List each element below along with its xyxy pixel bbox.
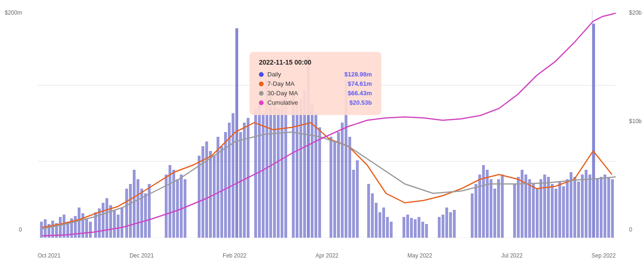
svg-rect-58 <box>277 108 280 238</box>
svg-rect-28 <box>137 179 139 238</box>
svg-rect-47 <box>232 113 234 238</box>
svg-rect-31 <box>148 184 151 238</box>
tooltip-row-7day: 7-Day MA $74.61m <box>259 80 372 87</box>
svg-rect-110 <box>532 184 535 238</box>
svg-rect-70 <box>333 141 336 238</box>
tooltip-7day-label: 7-Day MA <box>267 80 295 87</box>
svg-rect-54 <box>262 113 265 238</box>
tooltip-row-30day: 30-Day MA $66.43m <box>259 90 372 97</box>
svg-rect-93 <box>445 208 448 238</box>
x-label-may2022: May 2022 <box>408 252 433 259</box>
svg-rect-95 <box>453 210 456 238</box>
svg-rect-115 <box>551 184 554 238</box>
svg-rect-109 <box>528 179 531 238</box>
svg-rect-129 <box>604 175 606 238</box>
x-label-jul2022: Jul 2022 <box>501 252 523 259</box>
svg-rect-86 <box>410 218 413 238</box>
svg-rect-44 <box>220 146 223 238</box>
svg-rect-121 <box>573 177 576 238</box>
svg-rect-79 <box>375 203 378 238</box>
daily-dot <box>259 72 264 77</box>
7day-dot <box>259 82 264 86</box>
svg-rect-99 <box>482 165 485 238</box>
svg-rect-118 <box>562 186 565 238</box>
svg-rect-98 <box>478 175 481 238</box>
svg-rect-113 <box>543 175 546 238</box>
svg-rect-83 <box>390 222 393 238</box>
svg-rect-22 <box>113 210 116 238</box>
svg-rect-67 <box>314 113 317 238</box>
svg-rect-116 <box>555 189 557 238</box>
svg-rect-81 <box>382 208 385 238</box>
svg-rect-48 <box>235 28 238 238</box>
svg-rect-26 <box>129 184 132 238</box>
y-left-label-top: $200m <box>5 9 22 16</box>
svg-rect-100 <box>486 170 489 238</box>
svg-rect-101 <box>490 179 492 238</box>
svg-rect-27 <box>133 170 136 238</box>
svg-rect-59 <box>281 99 283 238</box>
tooltip-row-cumulative: Cumulative $20.53b <box>259 99 372 106</box>
svg-rect-72 <box>341 123 344 238</box>
y-left-label-bottom: 0 <box>19 226 22 233</box>
svg-rect-14 <box>81 213 84 238</box>
svg-rect-78 <box>371 193 374 238</box>
svg-rect-23 <box>117 215 120 238</box>
x-label-dec2021: Dec 2021 <box>129 252 153 259</box>
svg-rect-126 <box>592 24 595 238</box>
x-label-sep2022: Sep 2022 <box>592 252 616 259</box>
tooltip-daily-label: Daily <box>267 71 281 78</box>
svg-rect-131 <box>611 179 614 238</box>
svg-rect-30 <box>144 193 147 238</box>
tooltip-cumulative-label: Cumulative <box>267 99 298 106</box>
svg-rect-84 <box>402 217 405 238</box>
svg-rect-91 <box>438 217 441 238</box>
y-axis-right: $20b $10b 0 <box>629 0 642 238</box>
y-right-label-bottom: 0 <box>629 226 632 233</box>
svg-rect-103 <box>497 179 500 238</box>
svg-rect-117 <box>558 182 561 238</box>
x-axis: Oct 2021 Dec 2021 Feb 2022 Apr 2022 May … <box>38 252 616 259</box>
svg-rect-119 <box>566 179 569 238</box>
main-chart-svg <box>38 9 616 238</box>
x-label-feb2022: Feb 2022 <box>223 252 247 259</box>
tooltip-7day-value: $74.61m <box>348 80 372 87</box>
svg-rect-87 <box>414 219 417 238</box>
svg-rect-49 <box>239 132 242 238</box>
svg-rect-89 <box>421 222 424 238</box>
svg-rect-127 <box>596 179 599 238</box>
svg-rect-80 <box>378 212 381 238</box>
tooltip-date: 2022-11-15 00:00 <box>259 58 372 66</box>
svg-rect-74 <box>348 137 351 238</box>
svg-rect-90 <box>425 224 428 238</box>
svg-rect-97 <box>475 184 477 238</box>
svg-rect-36 <box>180 175 183 238</box>
svg-rect-102 <box>493 189 496 238</box>
svg-rect-111 <box>536 189 539 238</box>
svg-rect-77 <box>367 184 370 238</box>
svg-rect-107 <box>521 170 523 238</box>
chart-container: $200m 0 $20b $10b 0 <box>0 0 644 266</box>
svg-rect-88 <box>418 217 420 238</box>
tooltip-30day-label: 30-Day MA <box>267 90 298 97</box>
y-right-label-mid: $10b <box>629 118 642 125</box>
svg-rect-106 <box>517 177 520 238</box>
y-right-label-top: $20b <box>629 9 642 16</box>
tooltip-daily-value: $128.98m <box>344 71 372 78</box>
svg-rect-9 <box>63 215 65 238</box>
tooltip-30day-value: $66.43m <box>348 90 372 97</box>
svg-rect-82 <box>386 217 389 238</box>
x-label-oct2021: Oct 2021 <box>38 252 61 259</box>
svg-rect-61 <box>292 94 295 238</box>
svg-rect-63 <box>299 99 302 238</box>
svg-rect-105 <box>513 184 516 238</box>
svg-rect-128 <box>600 177 603 238</box>
svg-rect-130 <box>607 177 610 238</box>
svg-rect-96 <box>471 193 474 238</box>
svg-rect-92 <box>442 215 444 238</box>
svg-rect-85 <box>406 215 409 238</box>
svg-rect-34 <box>172 170 175 238</box>
svg-rect-24 <box>121 208 123 238</box>
svg-rect-57 <box>273 104 276 238</box>
svg-rect-42 <box>213 156 216 238</box>
